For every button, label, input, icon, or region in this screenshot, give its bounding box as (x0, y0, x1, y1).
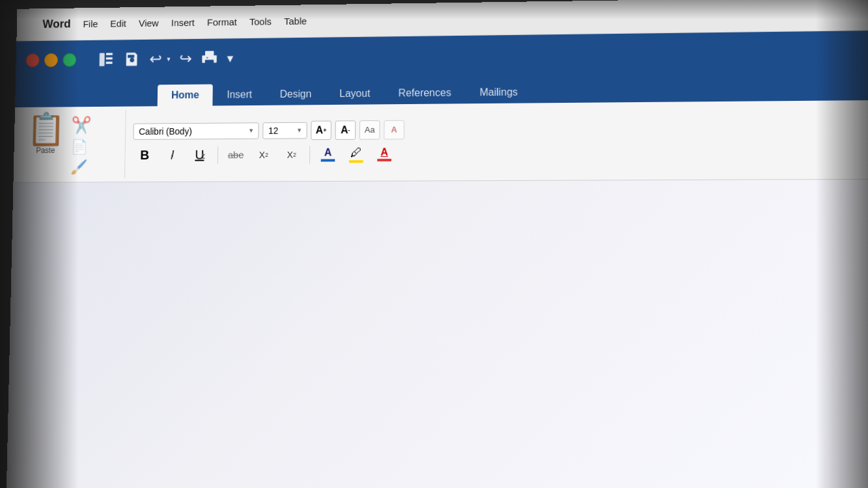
font-row1: Calibri (Body) ▾ 12 ▾ A+ A- Aa A (133, 116, 868, 141)
clipboard-group: 📋 Paste ✂️ 📄 🖌️ (14, 110, 126, 178)
text-color-icon: A (377, 146, 391, 161)
tab-design[interactable]: Design (266, 83, 326, 105)
sidebar-toggle-icon[interactable] (97, 51, 115, 68)
font-family-arrow: ▾ (249, 126, 253, 135)
svg-rect-4 (205, 51, 214, 57)
bold-button[interactable]: B (133, 144, 157, 166)
underline-button[interactable]: U ▾ (188, 144, 212, 165)
font-grow-button[interactable]: A+ (311, 120, 331, 140)
font-size-arrow: ▾ (298, 126, 301, 135)
paste-area[interactable]: 📋 Paste (26, 113, 65, 155)
traffic-lights (26, 53, 77, 67)
svg-rect-3 (106, 62, 113, 64)
font-shrink-button[interactable]: A- (335, 120, 356, 140)
tab-home[interactable]: Home (158, 84, 214, 106)
font-family-value: Calibri (Body) (139, 126, 192, 136)
strikethrough-button[interactable]: abe (224, 144, 248, 165)
svg-rect-0 (100, 53, 105, 66)
quick-access-icon[interactable]: ▾ (227, 51, 233, 66)
svg-rect-1 (106, 53, 113, 55)
menu-table[interactable]: Table (277, 13, 313, 29)
close-button[interactable] (26, 53, 40, 67)
tab-references[interactable]: References (384, 82, 466, 105)
font-color-icon: A (321, 147, 335, 162)
font-group: Calibri (Body) ▾ 12 ▾ A+ A- Aa A (125, 104, 868, 178)
text-color-bar (377, 159, 391, 161)
doc-area (7, 180, 868, 488)
tab-insert[interactable]: Insert (213, 84, 266, 106)
svg-rect-7 (206, 57, 208, 59)
tab-mailings[interactable]: Mailings (466, 81, 533, 104)
redo-icon[interactable]: ↪ (179, 49, 192, 67)
subscript-button[interactable]: X2 (251, 144, 275, 166)
font-row2: B I U ▾ abe X2 X2 A (133, 140, 868, 166)
ribbon-content: 📋 Paste ✂️ 📄 🖌️ Ca (13, 100, 868, 183)
separator2 (309, 146, 310, 164)
print-icon[interactable] (201, 49, 218, 67)
svg-rect-2 (106, 57, 113, 59)
word-window: Word File Edit View Insert Format Tools … (7, 0, 868, 488)
highlight-button[interactable]: 🖊 (344, 143, 369, 165)
font-family-select[interactable]: Calibri (Body) ▾ (133, 122, 259, 140)
superscript-button[interactable]: X2 (279, 144, 303, 166)
font-color-button[interactable]: A (316, 143, 341, 165)
screen-wrapper: Word File Edit View Insert Format Tools … (0, 0, 868, 488)
font-size-value: 12 (268, 125, 278, 135)
underline-label: U (195, 148, 204, 163)
text-color-button[interactable]: A (372, 143, 397, 165)
tab-layout[interactable]: Layout (326, 83, 385, 105)
highlight-icon: 🖊 (349, 146, 363, 163)
change-case-button[interactable]: Aa (359, 120, 380, 139)
font-size-select[interactable]: 12 ▾ (262, 122, 307, 139)
text-effects-button[interactable]: A (384, 120, 404, 139)
app-name[interactable]: Word (36, 15, 77, 34)
format-painter-icon[interactable]: 🖌️ (70, 159, 91, 175)
